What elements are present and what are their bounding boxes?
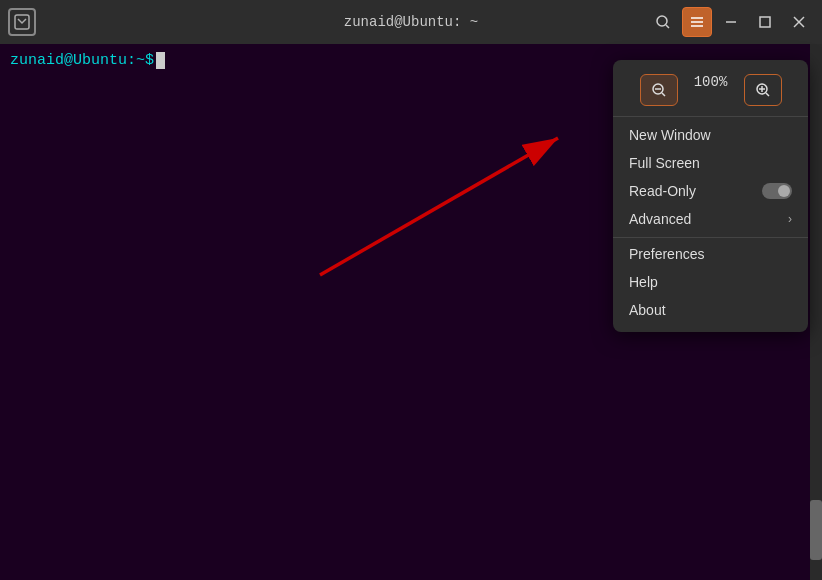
new-window-item[interactable]: New Window — [613, 121, 808, 149]
about-item[interactable]: About — [613, 296, 808, 324]
advanced-item[interactable]: Advanced › — [613, 205, 808, 233]
svg-line-16 — [766, 93, 769, 96]
zoom-level-display: 100% — [682, 74, 740, 106]
svg-line-12 — [662, 93, 665, 96]
titlebar-left — [8, 8, 36, 36]
about-label: About — [629, 302, 666, 318]
titlebar: zunaid@Ubuntu: ~ — [0, 0, 822, 44]
scrollbar-thumb[interactable] — [810, 500, 822, 560]
read-only-item[interactable]: Read-Only — [613, 177, 808, 205]
full-screen-item[interactable]: Full Screen — [613, 149, 808, 177]
zoom-row: 100% — [613, 68, 808, 117]
window-controls — [648, 7, 814, 37]
read-only-label: Read-Only — [629, 183, 696, 199]
full-screen-label: Full Screen — [629, 155, 700, 171]
help-label: Help — [629, 274, 658, 290]
advanced-label: Advanced — [629, 211, 691, 227]
svg-line-2 — [666, 25, 669, 28]
window-title: zunaid@Ubuntu: ~ — [344, 14, 478, 30]
advanced-chevron-icon: › — [788, 212, 792, 226]
new-window-label: New Window — [629, 127, 711, 143]
minimize-button[interactable] — [716, 7, 746, 37]
svg-rect-7 — [760, 17, 770, 27]
help-item[interactable]: Help — [613, 268, 808, 296]
search-button[interactable] — [648, 7, 678, 37]
app-icon — [8, 8, 36, 36]
prompt-text: zunaid@Ubuntu:~$ — [10, 52, 154, 69]
preferences-label: Preferences — [629, 246, 704, 262]
terminal-cursor — [156, 52, 165, 69]
zoom-in-button[interactable] — [744, 74, 782, 106]
svg-point-1 — [657, 16, 667, 26]
zoom-out-button[interactable] — [640, 74, 678, 106]
read-only-toggle[interactable] — [762, 183, 792, 199]
scrollbar[interactable] — [810, 44, 822, 580]
menu-button[interactable] — [682, 7, 712, 37]
dropdown-menu: 100% New Window Full Screen Read-Only Ad… — [613, 60, 808, 332]
close-button[interactable] — [784, 7, 814, 37]
maximize-button[interactable] — [750, 7, 780, 37]
preferences-item[interactable]: Preferences — [613, 237, 808, 268]
